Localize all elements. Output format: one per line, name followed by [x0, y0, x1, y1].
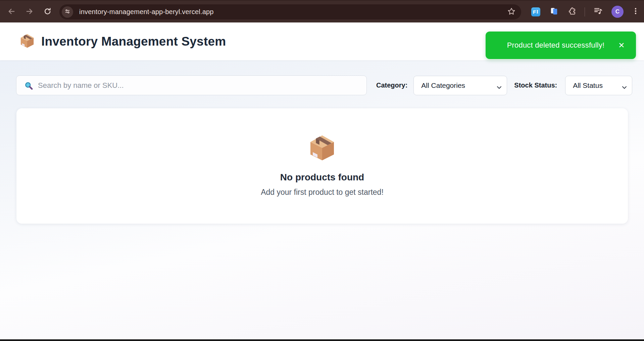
search-box [16, 75, 367, 95]
empty-state-title: No products found [280, 172, 364, 183]
stock-status-label: Stock Status: [514, 81, 557, 89]
toast-close-button[interactable]: ✕ [616, 40, 627, 51]
package-icon [308, 134, 336, 163]
reload-icon [43, 7, 52, 17]
browser-chrome: inventory-management-app-beryl.vercel.ap… [0, 0, 644, 22]
fi-extension-icon: FI [531, 7, 540, 16]
site-settings-button[interactable] [62, 6, 73, 18]
stock-status-select[interactable]: All Status [565, 76, 632, 95]
close-icon: ✕ [618, 41, 625, 50]
filter-toolbar: Category: All Categories Stock Status: A… [16, 75, 628, 95]
category-select-value: All Categories [421, 81, 465, 90]
chevron-down-icon [622, 84, 627, 91]
screen-bottom-edge [0, 339, 644, 341]
copy-pages-icon [550, 7, 558, 17]
puzzle-piece-icon [568, 7, 577, 17]
profile-avatar[interactable]: C [611, 6, 624, 18]
page-title: Inventory Management System [41, 35, 226, 49]
bookmark-star-button[interactable] [506, 7, 516, 17]
kebab-menu-icon [632, 7, 640, 16]
forward-arrow-icon [25, 7, 34, 17]
back-arrow-icon [7, 7, 16, 17]
url-text[interactable]: inventory-management-app-beryl.vercel.ap… [79, 8, 214, 16]
category-label: Category: [376, 81, 407, 89]
success-toast: Product deleted successfully! ✕ [486, 32, 636, 59]
extension-fi-button[interactable]: FI [530, 6, 541, 17]
chevron-down-icon [497, 84, 502, 91]
browser-menu-button[interactable] [630, 6, 641, 17]
empty-state-card: No products found Add your first product… [16, 108, 628, 224]
address-bar[interactable]: inventory-management-app-beryl.vercel.ap… [59, 4, 521, 19]
browser-forward-button[interactable] [23, 5, 36, 19]
toast-message: Product deleted successfully! [507, 41, 605, 50]
extension-clipboard-button[interactable] [549, 6, 559, 17]
browser-back-button[interactable] [5, 5, 18, 19]
search-input[interactable] [16, 76, 366, 95]
tune-icon [64, 8, 71, 16]
page-background: Inventory Management System Category: Al… [0, 22, 644, 339]
category-select[interactable]: All Categories [413, 76, 507, 95]
empty-state-subtitle: Add your first product to get started! [261, 188, 384, 197]
toolbar-separator [585, 7, 585, 16]
stock-status-select-value: All Status [573, 81, 603, 90]
search-icon [24, 81, 33, 92]
star-icon [507, 7, 516, 17]
extensions-menu-button[interactable] [567, 6, 578, 17]
package-icon [19, 33, 35, 50]
media-playlist-icon [593, 6, 603, 17]
browser-reload-button[interactable] [41, 5, 54, 19]
media-controls-button[interactable] [593, 6, 603, 17]
